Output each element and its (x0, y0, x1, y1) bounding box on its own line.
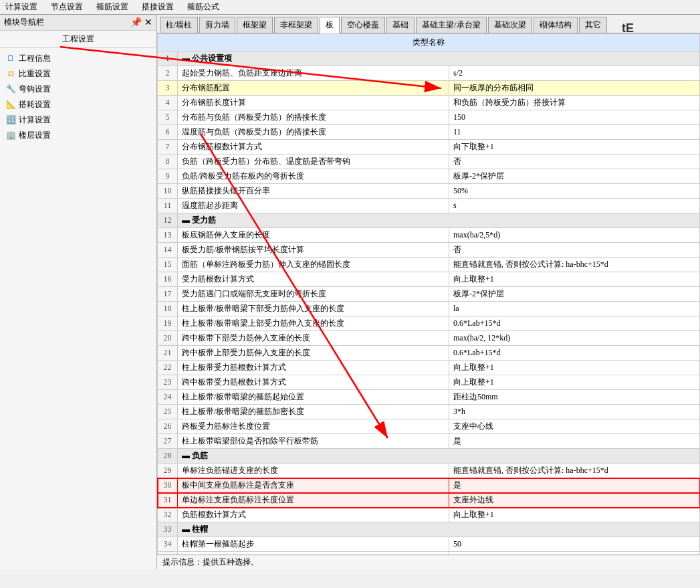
row-value[interactable]: 支座外边线 (449, 493, 700, 508)
sidebar-close-icon[interactable]: ✕ (144, 17, 152, 28)
table-row: 28 ▬ 负筋 (158, 449, 700, 464)
row-value[interactable]: 板厚-2*保护层 (449, 169, 700, 184)
row-num: 13 (158, 228, 178, 243)
row-value[interactable]: 向下取整+1 (449, 140, 700, 155)
table-row[interactable]: 8 负筋（跨板受力筋）分布筋、温度筋是否带弯钩 否 (158, 155, 700, 169)
row-num: 3 (158, 81, 178, 96)
table-row[interactable]: 18 柱上板带/板带暗梁下部受力筋伸入支座的长度 la (158, 302, 700, 316)
table-row[interactable]: 4 分布钢筋长度计算 和负筋（跨板受力筋）搭接计算 (158, 96, 700, 110)
row-value[interactable]: 向上取整+1 (449, 361, 700, 375)
section-row-public: 1 ▬ 公共设置项 (158, 52, 700, 66)
table-row[interactable]: 20 跨中板带下部受力筋伸入支座的长度 max(ha/2, 12*kd) (158, 331, 700, 346)
sidebar-item-engineering[interactable]: 🗒 工程信息 (0, 51, 156, 66)
table-row[interactable]: 14 板受力筋/板带钢筋按平均长度计算 否 (158, 243, 700, 258)
row-value[interactable]: 支座中心线 (449, 419, 700, 434)
sidebar-item-compare[interactable]: ⚖ 比重设置 (0, 66, 156, 82)
sidebar-item-merge[interactable]: 📐 搭耗设置 (0, 97, 156, 112)
table-row[interactable]: 34 柱帽第一根箍筋起步 50 (158, 537, 700, 552)
table-container[interactable]: 类型名称 1 ▬ 公共设置项 2 起始受力钢筋、负筋距支座边距离 s/2 3 分… (157, 33, 700, 555)
row-value[interactable]: 板厚-2*保护层 (449, 287, 700, 302)
row-name: 温度筋与负筋（跨板受力筋）的搭接长度 (178, 125, 449, 140)
table-row[interactable]: 30 板中间支座负筋标注是否含支座 是 (158, 478, 700, 493)
tab-masonry[interactable]: 砌体结构 (534, 17, 578, 33)
table-row[interactable]: 7 分布钢筋根数计算方式 向下取整+1 (158, 140, 700, 155)
table-row[interactable]: 5 分布筋与负筋（跨板受力筋）的搭接长度 150 (158, 110, 700, 125)
tab-slab[interactable]: 板 (320, 17, 340, 33)
row-value[interactable]: 否 (449, 243, 700, 258)
table-row[interactable]: 29 单标注负筋锚进支座的长度 能直锚就直锚, 否则按公式计算: ha-bhc+… (158, 464, 700, 478)
table-row[interactable]: 32 负筋根数计算方式 向上取整+1 (158, 508, 700, 522)
row-value[interactable]: 和负筋（跨板受力筋）搭接计算 (449, 96, 700, 110)
row-value[interactable]: max(ha/2, 12*kd) (449, 331, 700, 346)
sidebar-pin-icon[interactable]: 📌 (130, 17, 142, 28)
row-value[interactable]: 向上取整+1 (449, 272, 700, 287)
tab-shear-wall[interactable]: 剪力墙 (199, 17, 235, 33)
row-value[interactable]: 是 (449, 434, 700, 449)
table-row[interactable]: 15 面筋（单标注跨板受力筋）伸入支座的锚固长度 能直锚就直锚, 否则按公式计算… (158, 258, 700, 272)
status-text: 提示信息：提供五种选择。 (162, 557, 259, 568)
menu-calc-settings[interactable]: 计算设置 (3, 0, 40, 14)
row-value[interactable]: 能直锚就直锚, 否则按公式计算: ha-bhc+15*d (449, 464, 700, 478)
row-value[interactable]: 0.6*Lab+15*d (449, 316, 700, 331)
menu-splice-settings[interactable]: 搭接设置 (139, 0, 177, 14)
row-value[interactable]: 11 (449, 125, 700, 140)
section-label: ▬ 负筋 (178, 449, 700, 464)
row-value[interactable]: 同一板厚的分布筋相同 (449, 81, 700, 96)
table-row[interactable]: 2 起始受力钢筋、负筋距支座边距离 s/2 (158, 66, 700, 81)
table-row[interactable]: 19 柱上板带/板带暗梁上部受力筋伸入支座的长度 0.6*Lab+15*d (158, 316, 700, 331)
table-row[interactable]: 3 分布钢筋配置 同一板厚的分布筋相同 (158, 81, 700, 96)
tab-foundation-main-beam[interactable]: 基础主梁/承台梁 (416, 17, 486, 33)
sidebar-item-calc[interactable]: 🔢 计算设置 (0, 112, 156, 128)
row-value[interactable]: 是 (449, 478, 700, 493)
row-value[interactable]: 0.6*Lab+15*d (449, 346, 700, 361)
row-name: 分布钢筋配置 (178, 81, 449, 96)
table-row[interactable]: 9 负筋/跨板受力筋在板内的弯折长度 板厚-2*保护层 (158, 169, 700, 184)
table-row[interactable]: 17 受力筋遇门口或端部无支座时的弯折长度 板厚-2*保护层 (158, 287, 700, 302)
menu-stirrup-formula[interactable]: 箍筋公式 (185, 0, 222, 14)
table-row[interactable]: 6 温度筋与负筋（跨板受力筋）的搭接长度 11 (158, 125, 700, 140)
row-name: 分布筋与负筋（跨板受力筋）的搭接长度 (178, 110, 449, 125)
tab-non-frame-beam[interactable]: 非框架梁 (274, 17, 318, 33)
menu-stirrup-settings[interactable]: 箍筋设置 (94, 0, 131, 14)
row-value[interactable]: 150 (449, 110, 700, 125)
table-row[interactable]: 23 跨中板带受力筋根数计算方式 向上取整+1 (158, 375, 700, 390)
table-row[interactable]: 13 板底钢筋伸入支座的长度 max(ha/2,5*d) (158, 228, 700, 243)
row-name: 温度筋起步距离 (178, 199, 449, 213)
tab-foundation-secondary-beam[interactable]: 基础次梁 (488, 17, 532, 33)
tab-column-wall[interactable]: 柱/墙柱 (160, 17, 198, 33)
section-label-public: ▬ 公共设置项 (178, 52, 700, 66)
table-row[interactable]: 31 单边标注支座负筋标注长度位置 支座外边线 (158, 493, 700, 508)
sidebar-item-floor[interactable]: 🏢 楼层设置 (0, 128, 156, 143)
row-value[interactable]: la (449, 302, 700, 316)
table-row[interactable]: 27 柱上板带暗梁部位是否扣除平行板带筋 是 (158, 434, 700, 449)
row-value[interactable]: 50 (449, 537, 700, 552)
row-num: 5 (158, 110, 178, 125)
row-value[interactable]: 向上取整+1 (449, 508, 700, 522)
tab-other[interactable]: 其它 (579, 17, 607, 33)
row-value[interactable]: 50% (449, 184, 700, 199)
table-row[interactable]: 24 柱上板带/板带暗梁的箍筋起始位置 距柱边50mm (158, 390, 700, 405)
row-value[interactable]: 否 (449, 155, 700, 169)
table-row[interactable]: 22 柱上板带受力筋根数计算方式 向上取整+1 (158, 361, 700, 375)
row-value[interactable]: 距柱边50mm (449, 390, 700, 405)
table-row[interactable]: 11 温度筋起步距离 s (158, 199, 700, 213)
tab-hollow-slab[interactable]: 空心楼盖 (341, 17, 385, 33)
table-row[interactable]: 25 柱上板带/板带暗梁的箍筋加密长度 3*h (158, 405, 700, 419)
sidebar-item-bent[interactable]: 🔧 弯钩设置 (0, 82, 156, 97)
table-row[interactable]: 21 跨中板带上部受力筋伸入支座的长度 0.6*Lab+15*d (158, 346, 700, 361)
section-label: ▬ 柱帽 (178, 522, 700, 537)
row-value[interactable]: 3*h (449, 405, 700, 419)
row-value[interactable]: s (449, 199, 700, 213)
sidebar-title: 模块导航栏 (4, 17, 44, 28)
table-row[interactable]: 16 受力筋根数计算方式 向上取整+1 (158, 272, 700, 287)
row-value[interactable]: s/2 (449, 66, 700, 81)
table-row[interactable]: 10 纵筋搭接接头错开百分率 50% (158, 184, 700, 199)
row-value[interactable]: 向上取整+1 (449, 375, 700, 390)
tab-foundation[interactable]: 基础 (386, 17, 415, 33)
table-row[interactable]: 26 跨板受力筋标注长度位置 支座中心线 (158, 419, 700, 434)
menu-node-settings[interactable]: 节点设置 (48, 0, 86, 14)
row-value[interactable]: max(ha/2,5*d) (449, 228, 700, 243)
row-value[interactable]: 能直锚就直锚, 否则按公式计算: ha-bhc+15*d (449, 258, 700, 272)
tab-frame-beam[interactable]: 框架梁 (237, 17, 273, 33)
main-layout: 模块导航栏 📌 ✕ 工程设置 🗒 工程信息 ⚖ 比重设置 🔧 弯钩设置 📐 搭 (0, 15, 700, 569)
